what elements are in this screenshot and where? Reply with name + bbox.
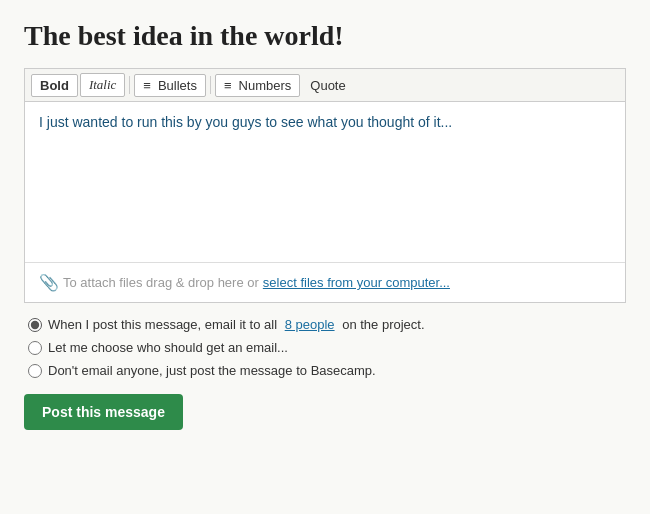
email-options: When I post this message, email it to al… (24, 317, 626, 378)
toolbar-numbers[interactable]: ≡ Numbers (215, 74, 300, 97)
email-option-1-text: When I post this message, email it to al… (48, 317, 425, 332)
email-option-row[interactable]: When I post this message, email it to al… (28, 317, 622, 332)
post-button[interactable]: Post this message (24, 394, 183, 430)
attach-link[interactable]: select files from your computer... (263, 275, 450, 290)
toolbar-bullets[interactable]: ≡ Bullets (134, 74, 206, 97)
toolbar-italic[interactable]: Italic (80, 73, 125, 97)
email-option-2-text: Let me choose who should get an email... (48, 340, 288, 355)
email-option-row[interactable]: Don't email anyone, just post the messag… (28, 363, 622, 378)
email-option-row[interactable]: Let me choose who should get an email... (28, 340, 622, 355)
email-option-2-radio[interactable] (28, 341, 42, 355)
email-option-1-radio[interactable] (28, 318, 42, 332)
toolbar: Bold Italic ≡ Bullets ≡ Numbers Quote (25, 69, 625, 102)
toolbar-quote[interactable]: Quote (302, 75, 353, 96)
page-title: The best idea in the world! (24, 20, 626, 52)
paperclip-icon: 📎 (39, 273, 59, 292)
email-option-3-text: Don't email anyone, just post the messag… (48, 363, 376, 378)
email-link[interactable]: 8 people (285, 317, 335, 332)
attach-text: To attach files drag & drop here or (63, 275, 259, 290)
numbers-icon: ≡ (224, 78, 232, 93)
attach-area: 📎 To attach files drag & drop here or se… (25, 262, 625, 302)
editor-container: Bold Italic ≡ Bullets ≡ Numbers Quote I … (24, 68, 626, 303)
toolbar-divider-2 (210, 76, 211, 94)
editor-body[interactable]: I just wanted to run this by you guys to… (25, 102, 625, 262)
toolbar-divider-1 (129, 76, 130, 94)
email-option-3-radio[interactable] (28, 364, 42, 378)
bullets-icon: ≡ (143, 78, 151, 93)
toolbar-bold[interactable]: Bold (31, 74, 78, 97)
